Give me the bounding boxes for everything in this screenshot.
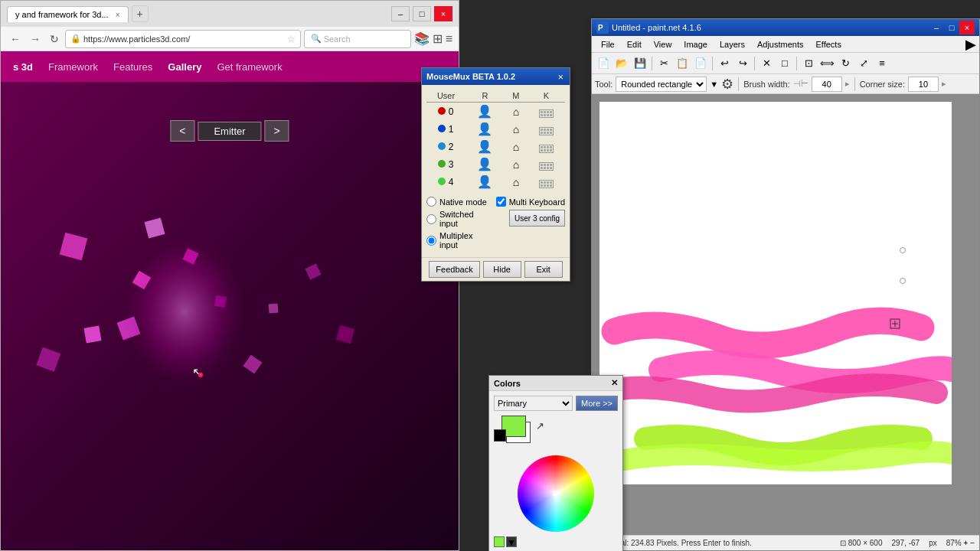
brush-width-input[interactable] bbox=[812, 77, 842, 92]
table-row: 4 👤 ⌂ bbox=[426, 173, 565, 191]
tab-text: y and framework for 3d... bbox=[15, 10, 109, 19]
rotate-button[interactable]: ↻ bbox=[837, 55, 854, 72]
save-button[interactable]: 💾 bbox=[632, 55, 648, 72]
multiplex-input-row: Multiplex input bbox=[426, 231, 493, 249]
address-bar[interactable]: 🔒 https://www.particles3d.com/ ☆ bbox=[65, 30, 301, 48]
new-tab-button[interactable]: + bbox=[132, 5, 149, 22]
back-button[interactable]: ← bbox=[7, 31, 24, 47]
svg-rect-6 bbox=[117, 317, 141, 341]
browser-tab[interactable]: y and framework for 3d... × bbox=[7, 6, 129, 22]
black-swatch[interactable] bbox=[494, 429, 506, 442]
nav-get-framework[interactable]: Get framework bbox=[217, 61, 282, 73]
search-placeholder: Search bbox=[324, 34, 351, 44]
user-2-r: 👤 bbox=[466, 138, 505, 155]
corner-size-slider[interactable]: ▸ bbox=[942, 79, 946, 89]
multiplex-input-radio[interactable] bbox=[426, 236, 436, 246]
flatten-button[interactable]: ≡ bbox=[874, 55, 890, 72]
emitter-prev-button[interactable]: < bbox=[170, 120, 194, 142]
active-palette-color[interactable] bbox=[494, 536, 505, 547]
crop-button[interactable]: ⊡ bbox=[800, 55, 817, 72]
feedback-button[interactable]: Feedback bbox=[429, 261, 479, 278]
emitter-label: Emitter bbox=[198, 122, 261, 141]
tab-close-btn[interactable]: × bbox=[116, 11, 120, 19]
user-1-r: 👤 bbox=[466, 120, 505, 138]
redo-button[interactable]: ↪ bbox=[734, 55, 751, 72]
colors-close-button[interactable]: ✕ bbox=[611, 378, 618, 388]
tool-select[interactable]: Rounded rectangle bbox=[616, 77, 707, 92]
user-2-color: 2 bbox=[426, 138, 466, 155]
palette-arrow[interactable]: ▼ bbox=[506, 536, 517, 547]
brush-width-slider[interactable]: ▸ bbox=[845, 79, 850, 89]
bookmarks-icon[interactable]: 📚 bbox=[414, 31, 430, 46]
paintnet-maximize-button[interactable]: □ bbox=[944, 21, 959, 34]
copy-button[interactable]: 📋 bbox=[674, 55, 691, 72]
svg-rect-4 bbox=[145, 218, 165, 239]
close-button[interactable]: × bbox=[434, 6, 452, 21]
user-3-k bbox=[528, 155, 565, 173]
tool-dropdown-btn[interactable]: ▼ bbox=[710, 80, 718, 89]
address-text: https://www.particles3d.com/ bbox=[83, 34, 287, 44]
switched-input-row: Switched input bbox=[426, 210, 493, 228]
deselect-button[interactable]: ✕ bbox=[758, 55, 775, 72]
paintnet-canvas[interactable] bbox=[599, 102, 952, 484]
flip-button[interactable]: ⟺ bbox=[818, 55, 835, 72]
user-1-k bbox=[528, 120, 565, 138]
menu-image[interactable]: Image bbox=[678, 38, 714, 51]
zoom-out-button[interactable]: − bbox=[970, 539, 975, 547]
search-box[interactable]: 🔍 Search bbox=[304, 30, 411, 48]
svg-rect-10 bbox=[336, 325, 354, 344]
nav-gallery[interactable]: Gallery bbox=[168, 61, 201, 73]
multi-keyboard-checkbox[interactable] bbox=[496, 197, 506, 207]
menu-adjustments[interactable]: Adjustments bbox=[751, 38, 810, 51]
resize-button[interactable]: ⤢ bbox=[855, 55, 872, 72]
paste-button[interactable]: 📄 bbox=[692, 55, 709, 72]
refresh-button[interactable]: ↻ bbox=[47, 31, 62, 47]
hide-button[interactable]: Hide bbox=[483, 261, 521, 278]
emitter-next-button[interactable]: > bbox=[265, 120, 289, 142]
more-colors-button[interactable]: More >> bbox=[576, 396, 618, 411]
nav-features[interactable]: Features bbox=[113, 61, 152, 73]
svg-rect-1 bbox=[36, 347, 60, 372]
paintnet-minimize-button[interactable]: – bbox=[929, 21, 944, 34]
site-logo: s 3d bbox=[13, 61, 33, 73]
pdn-panel-toggle[interactable]: ▶ bbox=[965, 36, 976, 53]
colors-title: Colors bbox=[494, 379, 521, 388]
cut-button[interactable]: ✂ bbox=[655, 55, 672, 72]
nav-framework[interactable]: Framework bbox=[48, 61, 98, 73]
paintnet-close-button[interactable]: × bbox=[959, 21, 975, 34]
menu-icon[interactable]: ≡ bbox=[446, 32, 452, 46]
corner-size-input[interactable] bbox=[908, 77, 939, 92]
maximize-button[interactable]: □ bbox=[413, 6, 431, 21]
browser-window: y and framework for 3d... × + – □ × ← → … bbox=[0, 0, 459, 551]
user-2-num: 2 bbox=[449, 142, 454, 152]
color-wheel[interactable] bbox=[518, 455, 594, 532]
menu-view[interactable]: View bbox=[648, 38, 678, 51]
config-button[interactable]: User 3 config bbox=[509, 210, 565, 227]
menu-layers[interactable]: Layers bbox=[714, 38, 751, 51]
exit-button[interactable]: Exit bbox=[524, 261, 563, 278]
minimize-button[interactable]: – bbox=[391, 6, 410, 21]
paintnet-toolbar1: 📄 📂 💾 ✂ 📋 📄 ↩ ↪ ✕ □ ⊡ ⟺ ↻ ⤢ ≡ bbox=[592, 53, 979, 74]
native-mode-radio[interactable] bbox=[426, 197, 436, 207]
select-all-button[interactable]: □ bbox=[776, 55, 793, 72]
undo-button[interactable]: ↩ bbox=[716, 55, 733, 72]
color-mode-select[interactable]: Primary Secondary bbox=[494, 396, 573, 411]
col-r: R bbox=[466, 90, 505, 103]
canvas-size: ⊡ 800 × 600 bbox=[840, 539, 883, 547]
open-file-button[interactable]: 📂 bbox=[613, 55, 630, 72]
paintnet-title: Untitled - paint.net 4.1.6 bbox=[612, 23, 929, 32]
separator-2 bbox=[712, 57, 713, 70]
menu-effects[interactable]: Effects bbox=[810, 38, 848, 51]
switched-input-radio[interactable] bbox=[426, 214, 436, 224]
tool-extra-btn[interactable]: ⚙ bbox=[721, 76, 733, 93]
layout-icon[interactable]: ⊞ bbox=[433, 31, 443, 46]
swap-colors-button[interactable]: ↗ bbox=[536, 420, 544, 432]
zoom-in-button[interactable]: + bbox=[964, 539, 969, 547]
multi-keyboard-label: Multi Keyboard bbox=[509, 197, 565, 207]
paintnet-canvas-area[interactable] bbox=[592, 94, 979, 535]
menu-edit[interactable]: Edit bbox=[621, 38, 648, 51]
mousemux-close-button[interactable]: × bbox=[556, 71, 565, 83]
forward-button[interactable]: → bbox=[27, 31, 44, 47]
menu-file[interactable]: File bbox=[595, 38, 621, 51]
new-file-button[interactable]: 📄 bbox=[595, 55, 612, 72]
